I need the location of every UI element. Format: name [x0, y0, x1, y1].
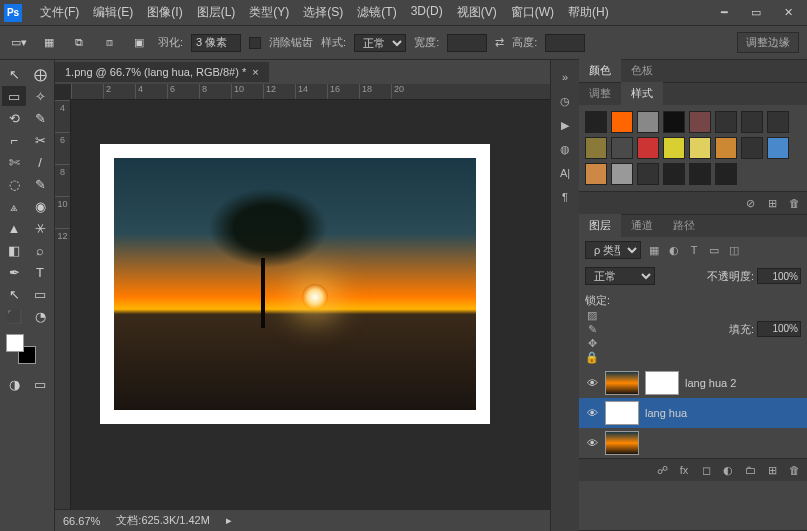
quickmask-button[interactable]: ◑	[2, 374, 26, 394]
tool-button[interactable]: ↖	[2, 284, 26, 304]
style-swatch[interactable]	[741, 111, 763, 133]
paths-tab[interactable]: 路径	[663, 214, 705, 237]
refine-edge-button[interactable]: 调整边缘	[737, 32, 799, 53]
visibility-icon[interactable]: 👁	[585, 377, 599, 389]
feather-input[interactable]	[191, 34, 241, 52]
adjustments-tab[interactable]: 调整	[579, 82, 621, 105]
antialias-checkbox[interactable]	[249, 37, 261, 49]
selection-new-icon[interactable]: ▦	[38, 32, 60, 54]
canvas[interactable]	[100, 144, 490, 424]
info-icon[interactable]: ◍	[553, 138, 577, 160]
tool-button[interactable]: ▭	[2, 86, 26, 106]
paragraph-icon[interactable]: ¶	[553, 186, 577, 208]
tool-button[interactable]: ✎	[28, 174, 52, 194]
tool-button[interactable]: ◔	[28, 306, 52, 326]
fill-input[interactable]	[757, 321, 801, 337]
selection-intersect-icon[interactable]: ▣	[128, 32, 150, 54]
filter-type-icon[interactable]: T	[687, 243, 701, 257]
style-select[interactable]: 正常	[354, 34, 406, 52]
layer-row[interactable]: 👁lang hua 2	[579, 368, 807, 398]
visibility-icon[interactable]: 👁	[585, 407, 599, 419]
group-icon[interactable]: 🗀	[743, 463, 757, 477]
tool-button[interactable]: ◉	[28, 196, 52, 216]
menu-item[interactable]: 3D(D)	[405, 0, 449, 25]
foreground-color[interactable]	[6, 334, 24, 352]
tab-close-icon[interactable]: ×	[252, 66, 258, 78]
tool-button[interactable]: ⨁	[28, 64, 52, 84]
clear-style-icon[interactable]: ⊘	[743, 196, 757, 210]
expand-icon[interactable]: »	[553, 66, 577, 88]
tool-button[interactable]: ⚹	[28, 218, 52, 238]
lock-pos-icon[interactable]: ✥	[585, 336, 599, 350]
layer-name[interactable]: lang hua 2	[685, 377, 736, 389]
selection-sub-icon[interactable]: ⧈	[98, 32, 120, 54]
status-menu-icon[interactable]: ▸	[226, 514, 232, 527]
style-swatch[interactable]	[715, 111, 737, 133]
tool-button[interactable]: ✧	[28, 86, 52, 106]
minimize-button[interactable]: ━	[709, 4, 739, 22]
lock-all-icon[interactable]: 🔒	[585, 350, 599, 364]
layer-fx-icon[interactable]: fx	[677, 463, 691, 477]
new-layer-icon[interactable]: ⊞	[765, 463, 779, 477]
tool-button[interactable]: ✒	[2, 262, 26, 282]
tool-button[interactable]: ⌕	[28, 240, 52, 260]
history-icon[interactable]: ◷	[553, 90, 577, 112]
mask-thumbnail[interactable]	[645, 371, 679, 395]
close-button[interactable]: ✕	[773, 4, 803, 22]
style-swatch[interactable]	[663, 111, 685, 133]
tool-button[interactable]: ◧	[2, 240, 26, 260]
menu-item[interactable]: 选择(S)	[297, 0, 349, 25]
menu-item[interactable]: 视图(V)	[451, 0, 503, 25]
delete-style-icon[interactable]: 🗑	[787, 196, 801, 210]
filter-smart-icon[interactable]: ◫	[727, 243, 741, 257]
style-swatch[interactable]	[715, 163, 737, 185]
tool-button[interactable]: ▭	[28, 284, 52, 304]
selection-add-icon[interactable]: ⧉	[68, 32, 90, 54]
delete-layer-icon[interactable]: 🗑	[787, 463, 801, 477]
style-swatch[interactable]	[585, 163, 607, 185]
style-swatch[interactable]	[689, 163, 711, 185]
tool-button[interactable]: ▲	[2, 218, 26, 238]
tool-button[interactable]: /	[28, 152, 52, 172]
link-layers-icon[interactable]: ☍	[655, 463, 669, 477]
style-swatch[interactable]	[637, 111, 659, 133]
layer-thumbnail[interactable]	[605, 431, 639, 455]
style-swatch[interactable]	[663, 163, 685, 185]
tool-button[interactable]: ⌐	[2, 130, 26, 150]
style-swatch[interactable]	[611, 137, 633, 159]
tool-button[interactable]: ✂	[28, 130, 52, 150]
tool-button[interactable]: ✎	[28, 108, 52, 128]
layer-thumbnail[interactable]	[605, 371, 639, 395]
style-swatch[interactable]	[637, 137, 659, 159]
style-swatch[interactable]	[689, 137, 711, 159]
menu-item[interactable]: 滤镜(T)	[351, 0, 402, 25]
layer-name[interactable]: lang hua	[645, 407, 687, 419]
menu-item[interactable]: 图层(L)	[191, 0, 242, 25]
filter-adjust-icon[interactable]: ◐	[667, 243, 681, 257]
filter-shape-icon[interactable]: ▭	[707, 243, 721, 257]
layer-row[interactable]: 👁lang hua	[579, 398, 807, 428]
tool-button[interactable]: ✄	[2, 152, 26, 172]
screenmode-button[interactable]: ▭	[28, 374, 52, 394]
style-swatch[interactable]	[741, 137, 763, 159]
color-tab[interactable]: 颜色	[579, 59, 621, 82]
menu-item[interactable]: 帮助(H)	[562, 0, 615, 25]
visibility-icon[interactable]: 👁	[585, 437, 599, 449]
marquee-tool-icon[interactable]: ▭▾	[8, 32, 30, 54]
zoom-display[interactable]: 66.67%	[63, 515, 100, 527]
style-swatch[interactable]	[637, 163, 659, 185]
style-swatch[interactable]	[715, 137, 737, 159]
menu-item[interactable]: 图像(I)	[141, 0, 188, 25]
lock-trans-icon[interactable]: ▨	[585, 308, 599, 322]
width-input[interactable]	[447, 34, 487, 52]
tool-button[interactable]: ⟁	[2, 196, 26, 216]
style-swatch[interactable]	[689, 111, 711, 133]
tool-button[interactable]: ⟲	[2, 108, 26, 128]
swap-icon[interactable]: ⇄	[495, 36, 504, 49]
tool-button[interactable]: ↖	[2, 64, 26, 84]
document-tab[interactable]: 1.png @ 66.7% (lang hua, RGB/8#) * ×	[55, 62, 269, 82]
type-icon[interactable]: A|	[553, 162, 577, 184]
height-input[interactable]	[545, 34, 585, 52]
style-swatch[interactable]	[611, 111, 633, 133]
style-swatch[interactable]	[767, 137, 789, 159]
